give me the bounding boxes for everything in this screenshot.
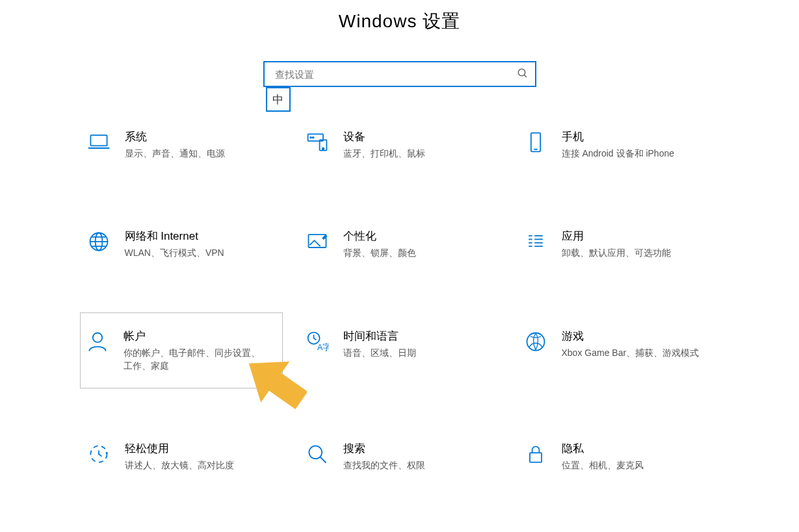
tile-title: 游戏 — [562, 329, 719, 344]
search-input[interactable] — [263, 61, 536, 87]
tile-search[interactable]: 搜索查找我的文件、权限 — [300, 435, 506, 477]
search-container: 中 — [263, 61, 536, 87]
tile-devices[interactable]: 设备蓝牙、打印机、鼠标 — [300, 123, 506, 166]
svg-point-5 — [310, 137, 311, 138]
personalize-icon — [306, 230, 329, 253]
svg-rect-16 — [308, 234, 326, 247]
laptop-icon — [87, 131, 111, 154]
tile-title: 网络和 Internet — [125, 229, 282, 244]
tile-desc: 蓝牙、打印机、鼠标 — [343, 147, 486, 160]
tile-time[interactable]: A字时间和语言语音、区域、日期 — [300, 323, 506, 379]
tile-text: 帐户你的帐户、电子邮件、同步设置、工作、家庭 — [124, 329, 277, 373]
ime-indicator[interactable]: 中 — [266, 87, 291, 112]
tile-network[interactable]: 网络和 InternetWLAN、飞行模式、VPN — [81, 223, 288, 265]
tile-system[interactable]: 系统显示、声音、通知、电源 — [81, 123, 288, 166]
tile-text: 网络和 InternetWLAN、飞行模式、VPN — [125, 229, 282, 259]
svg-point-8 — [322, 148, 324, 150]
tile-text: 设备蓝牙、打印机、鼠标 — [343, 129, 501, 160]
svg-line-32 — [320, 457, 326, 463]
tile-text: 个性化背景、锁屏、颜色 — [343, 229, 501, 259]
globe-icon — [87, 230, 111, 253]
page-title: Windows 设置 — [0, 0, 799, 34]
tile-text: 手机连接 Android 设备和 iPhone — [562, 129, 719, 160]
tile-phone[interactable]: 手机连接 Android 设备和 iPhone — [518, 123, 725, 166]
tile-text: 游戏Xbox Game Bar、捕获、游戏模式 — [562, 329, 719, 359]
tile-apps[interactable]: 应用卸载、默认应用、可选功能 — [518, 223, 725, 265]
tile-desc: Xbox Game Bar、捕获、游戏模式 — [562, 346, 705, 359]
tile-privacy[interactable]: 隐私位置、相机、麦克风 — [518, 435, 725, 477]
tile-accounts[interactable]: 帐户你的帐户、电子邮件、同步设置、工作、家庭 — [80, 312, 283, 389]
tile-title: 系统 — [125, 129, 282, 144]
svg-rect-2 — [90, 135, 107, 146]
lock-icon — [524, 442, 547, 466]
settings-grid: 系统显示、声音、通知、电源设备蓝牙、打印机、鼠标手机连接 Android 设备和… — [75, 123, 725, 532]
apps-icon — [524, 230, 547, 253]
svg-point-0 — [518, 69, 525, 76]
tile-title: 设备 — [343, 129, 501, 144]
tile-title: 应用 — [562, 229, 719, 244]
tile-desc: 讲述人、放大镜、高对比度 — [125, 459, 268, 472]
tile-desc: 语音、区域、日期 — [343, 346, 486, 359]
magnify-icon — [306, 442, 329, 466]
svg-text:A字: A字 — [317, 342, 329, 351]
tile-text: 应用卸载、默认应用、可选功能 — [562, 229, 719, 259]
tile-desc: 背景、锁屏、颜色 — [343, 246, 486, 259]
devices-icon — [306, 131, 329, 154]
tile-personalize[interactable]: 个性化背景、锁屏、颜色 — [300, 223, 506, 265]
tile-desc: 你的帐户、电子邮件、同步设置、工作、家庭 — [124, 346, 267, 373]
tile-desc: 连接 Android 设备和 iPhone — [562, 147, 705, 160]
person-icon — [86, 330, 109, 353]
svg-rect-33 — [530, 453, 542, 462]
tile-text: 时间和语言语音、区域、日期 — [343, 329, 501, 359]
svg-point-28 — [527, 333, 544, 350]
svg-point-6 — [312, 137, 313, 138]
time-lang-icon: A字 — [306, 330, 329, 353]
svg-point-31 — [309, 446, 322, 459]
tile-title: 个性化 — [343, 229, 501, 244]
tile-title: 隐私 — [562, 441, 719, 456]
tile-text: 搜索查找我的文件、权限 — [343, 441, 501, 472]
tile-text: 轻松使用讲述人、放大镜、高对比度 — [125, 441, 282, 472]
tile-ease[interactable]: 轻松使用讲述人、放大镜、高对比度 — [81, 435, 288, 477]
tile-title: 搜索 — [343, 441, 501, 456]
tile-text: 隐私位置、相机、麦克风 — [562, 441, 719, 472]
svg-line-1 — [524, 75, 527, 77]
tile-desc: 显示、声音、通知、电源 — [125, 147, 268, 160]
phone-icon — [524, 131, 547, 154]
tile-title: 帐户 — [124, 329, 277, 344]
svg-point-25 — [92, 333, 101, 342]
tile-desc: 位置、相机、麦克风 — [562, 459, 705, 472]
search-icon[interactable] — [517, 68, 529, 79]
tile-title: 时间和语言 — [343, 329, 501, 344]
tile-desc: 查找我的文件、权限 — [343, 459, 486, 472]
tile-gaming[interactable]: 游戏Xbox Game Bar、捕获、游戏模式 — [518, 323, 725, 379]
tile-title: 轻松使用 — [125, 441, 282, 456]
tile-text: 系统显示、声音、通知、电源 — [125, 129, 282, 160]
tile-desc: 卸载、默认应用、可选功能 — [562, 246, 705, 259]
xbox-icon — [524, 330, 547, 353]
ease-icon — [87, 442, 111, 466]
tile-desc: WLAN、飞行模式、VPN — [125, 246, 268, 259]
tile-title: 手机 — [562, 129, 719, 144]
